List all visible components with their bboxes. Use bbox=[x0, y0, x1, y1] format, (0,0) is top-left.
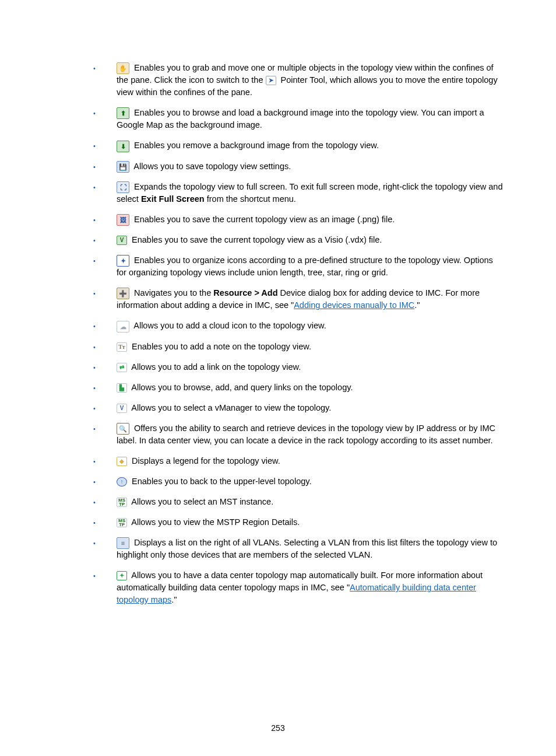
item-text: Navigates you to the bbox=[134, 288, 213, 298]
list-item: V Allows you to select a vManager to vie… bbox=[93, 402, 504, 414]
vlan-list-icon: ≡ bbox=[117, 537, 129, 549]
list-item: MSTP Allows you to view the MSTP Region … bbox=[93, 516, 504, 528]
list-item: Tт Enables you to add a note on the topo… bbox=[93, 341, 504, 353]
item-text: Displays a legend for the topology view. bbox=[132, 456, 280, 466]
item-text: Allows you to select a vManager to view … bbox=[131, 403, 331, 412]
list-item: ⬇ Enables you remove a background image … bbox=[93, 139, 504, 152]
load-bg-image-icon: ⬆ bbox=[117, 107, 129, 119]
list-item: ➕ Navigates you to the Resource > Add De… bbox=[93, 287, 504, 312]
item-text: Allows you to select an MST instance. bbox=[131, 497, 273, 506]
list-item: 🔍 Offers you the ability to search and r… bbox=[93, 422, 504, 447]
item-text: Allows you to save topology view setting… bbox=[133, 162, 291, 171]
item-text: Enables you to save the current topology… bbox=[132, 235, 382, 244]
bold-text: Exit Full Screen bbox=[141, 194, 205, 204]
list-item: ≡ Displays a list on the right of all VL… bbox=[93, 537, 504, 561]
mstp-region-icon: MSTP bbox=[117, 518, 127, 527]
list-item: ⇄ Allows you to add a link on the topolo… bbox=[93, 361, 504, 373]
list-item: ✦ Allows you to have a data center topol… bbox=[93, 569, 504, 606]
item-text: ." bbox=[414, 300, 420, 310]
page-number: 253 bbox=[0, 723, 556, 733]
cloud-icon: ☁ bbox=[117, 321, 129, 332]
item-text: ." bbox=[171, 595, 177, 604]
list-item: ✋ Enables you to grab and move one or mu… bbox=[93, 62, 504, 99]
list-item: 🖼 Enables you to save the current topolo… bbox=[93, 214, 504, 226]
list-item: ☁ Allows you to add a cloud icon to the … bbox=[93, 320, 504, 332]
auto-build-icon: ✦ bbox=[117, 571, 127, 580]
legend-icon: ◆ bbox=[117, 457, 127, 466]
vmanager-icon: V bbox=[117, 404, 127, 413]
item-text: Enables you to browse and load a backgro… bbox=[117, 108, 484, 130]
search-device-icon: 🔍 bbox=[117, 423, 129, 435]
item-text: from the shortcut menu. bbox=[205, 194, 296, 204]
item-text: Displays a list on the right of all VLAN… bbox=[117, 538, 497, 559]
list-item: V Enables you to save the current topolo… bbox=[93, 234, 504, 246]
note-icon: Tт bbox=[117, 342, 127, 352]
save-visio-icon: V bbox=[117, 236, 127, 245]
add-device-icon: ➕ bbox=[117, 288, 129, 299]
feature-list: ✋ Enables you to grab and move one or mu… bbox=[93, 62, 504, 606]
organize-layout-icon: ✦ bbox=[117, 255, 129, 267]
browse-links-icon: ▙ bbox=[117, 383, 127, 393]
list-item: 💾 Allows you to save topology view setti… bbox=[93, 160, 504, 173]
save-icon: 💾 bbox=[117, 161, 129, 173]
item-text: Enables you to add a note on the topolog… bbox=[132, 342, 311, 351]
pointer-icon: ➤ bbox=[266, 76, 276, 85]
add-link-icon: ⇄ bbox=[117, 363, 127, 372]
up-level-icon: ↑ bbox=[117, 477, 127, 487]
list-item: ⬆ Enables you to browse and load a backg… bbox=[93, 107, 504, 131]
item-text: Enables you to organize icons according … bbox=[117, 256, 493, 277]
list-item: ↑ Enables you to back to the upper-level… bbox=[93, 475, 504, 488]
list-item: ▙ Allows you to browse, add, and query l… bbox=[93, 382, 504, 394]
list-item: ◆ Displays a legend for the topology vie… bbox=[93, 455, 504, 467]
remove-bg-image-icon: ⬇ bbox=[117, 141, 129, 152]
mst-instance-icon: MSTP bbox=[117, 498, 127, 507]
list-item: ⛶ Expands the topology view to full scre… bbox=[93, 181, 504, 205]
document-page: ✋ Enables you to grab and move one or mu… bbox=[0, 0, 556, 756]
item-text: Enables you to save the current topology… bbox=[134, 215, 395, 224]
item-text: Allows you to add a cloud icon to the to… bbox=[133, 321, 326, 330]
list-item: MSTP Allows you to select an MST instanc… bbox=[93, 496, 504, 508]
list-item: ✦ Enables you to organize icons accordin… bbox=[93, 254, 504, 279]
item-text: Enables you remove a background image fr… bbox=[134, 141, 379, 150]
link-adding-devices[interactable]: Adding devices manually to IMC bbox=[294, 300, 414, 310]
save-image-icon: 🖼 bbox=[117, 214, 129, 226]
item-text: Enables you to back to the upper-level t… bbox=[132, 477, 311, 486]
fullscreen-icon: ⛶ bbox=[117, 181, 129, 193]
item-text: Offers you the ability to search and ret… bbox=[117, 424, 495, 445]
item-text: Allows you to add a link on the topology… bbox=[131, 362, 301, 372]
grab-hand-icon: ✋ bbox=[117, 62, 129, 74]
bold-text: Resource > Add bbox=[213, 288, 277, 298]
item-text: Allows you to browse, add, and query lin… bbox=[131, 383, 353, 392]
item-text: Allows you to view the MSTP Region Detai… bbox=[131, 517, 300, 527]
